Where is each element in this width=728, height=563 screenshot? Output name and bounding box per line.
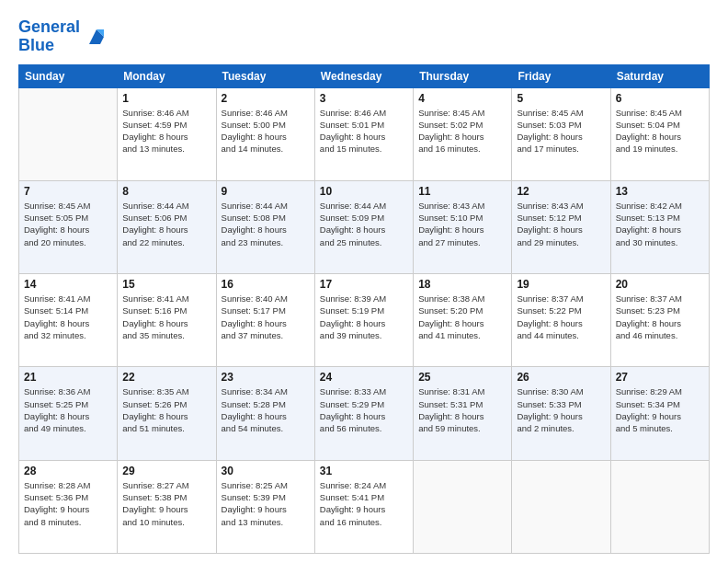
day-number: 4 — [418, 92, 506, 105]
day-info: Sunrise: 8:34 AM Sunset: 5:28 PM Dayligh… — [222, 385, 310, 434]
calendar-cell: 31Sunrise: 8:24 AM Sunset: 5:41 PM Dayli… — [314, 460, 413, 553]
day-number: 27 — [616, 371, 704, 384]
day-info: Sunrise: 8:24 AM Sunset: 5:41 PM Dayligh… — [320, 479, 408, 528]
day-number: 23 — [222, 371, 310, 384]
logo-icon — [84, 24, 109, 50]
day-info: Sunrise: 8:44 AM Sunset: 5:06 PM Dayligh… — [122, 200, 210, 248]
day-number: 20 — [616, 278, 704, 291]
day-number: 26 — [517, 371, 605, 384]
weekday-header-tuesday: Tuesday — [216, 64, 314, 87]
calendar-cell — [512, 460, 610, 553]
day-number: 30 — [222, 465, 310, 477]
day-info: Sunrise: 8:41 AM Sunset: 5:14 PM Dayligh… — [24, 293, 112, 341]
day-info: Sunrise: 8:43 AM Sunset: 5:12 PM Dayligh… — [517, 200, 605, 248]
day-number: 5 — [517, 92, 605, 105]
day-info: Sunrise: 8:30 AM Sunset: 5:33 PM Dayligh… — [517, 385, 605, 434]
day-info: Sunrise: 8:42 AM Sunset: 5:13 PM Dayligh… — [616, 200, 704, 248]
day-number: 2 — [222, 92, 310, 105]
day-info: Sunrise: 8:39 AM Sunset: 5:19 PM Dayligh… — [320, 293, 408, 341]
calendar-cell: 17Sunrise: 8:39 AM Sunset: 5:19 PM Dayli… — [314, 274, 413, 367]
day-number: 10 — [320, 185, 408, 198]
day-info: Sunrise: 8:45 AM Sunset: 5:03 PM Dayligh… — [517, 107, 605, 155]
calendar-cell: 25Sunrise: 8:31 AM Sunset: 5:31 PM Dayli… — [414, 367, 512, 460]
day-number: 21 — [24, 371, 112, 384]
calendar-cell: 9Sunrise: 8:44 AM Sunset: 5:08 PM Daylig… — [216, 180, 314, 273]
day-number: 7 — [24, 185, 112, 198]
calendar-cell: 14Sunrise: 8:41 AM Sunset: 5:14 PM Dayli… — [19, 274, 118, 367]
day-info: Sunrise: 8:38 AM Sunset: 5:20 PM Dayligh… — [418, 293, 506, 341]
day-number: 17 — [320, 278, 408, 291]
calendar-cell: 20Sunrise: 8:37 AM Sunset: 5:23 PM Dayli… — [610, 274, 709, 367]
header: General Blue — [18, 18, 710, 55]
calendar-row-1: 1Sunrise: 8:46 AM Sunset: 4:59 PM Daylig… — [19, 87, 710, 180]
day-info: Sunrise: 8:33 AM Sunset: 5:29 PM Dayligh… — [320, 385, 408, 434]
calendar-cell: 18Sunrise: 8:38 AM Sunset: 5:20 PM Dayli… — [414, 274, 512, 367]
calendar-cell: 8Sunrise: 8:44 AM Sunset: 5:06 PM Daylig… — [118, 180, 216, 273]
calendar-cell: 28Sunrise: 8:28 AM Sunset: 5:36 PM Dayli… — [19, 460, 118, 553]
day-info: Sunrise: 8:28 AM Sunset: 5:36 PM Dayligh… — [24, 479, 112, 528]
day-number: 15 — [122, 278, 210, 291]
day-info: Sunrise: 8:45 AM Sunset: 5:05 PM Dayligh… — [24, 200, 112, 248]
day-info: Sunrise: 8:31 AM Sunset: 5:31 PM Dayligh… — [418, 385, 506, 434]
calendar-cell: 11Sunrise: 8:43 AM Sunset: 5:10 PM Dayli… — [414, 180, 512, 273]
day-info: Sunrise: 8:29 AM Sunset: 5:34 PM Dayligh… — [616, 385, 704, 434]
day-info: Sunrise: 8:46 AM Sunset: 5:01 PM Dayligh… — [320, 107, 408, 155]
calendar-cell: 4Sunrise: 8:45 AM Sunset: 5:02 PM Daylig… — [414, 87, 512, 180]
page: General Blue SundayMondayTuesdayWednesda… — [0, 0, 728, 563]
day-info: Sunrise: 8:37 AM Sunset: 5:23 PM Dayligh… — [616, 293, 704, 341]
calendar-cell: 22Sunrise: 8:35 AM Sunset: 5:26 PM Dayli… — [118, 367, 216, 460]
day-info: Sunrise: 8:37 AM Sunset: 5:22 PM Dayligh… — [517, 293, 605, 341]
calendar-cell: 5Sunrise: 8:45 AM Sunset: 5:03 PM Daylig… — [512, 87, 610, 180]
calendar-cell: 29Sunrise: 8:27 AM Sunset: 5:38 PM Dayli… — [118, 460, 216, 553]
logo-text: General — [18, 18, 80, 37]
calendar-table: SundayMondayTuesdayWednesdayThursdayFrid… — [18, 64, 710, 554]
day-number: 29 — [122, 465, 210, 477]
calendar-cell — [19, 87, 118, 180]
weekday-header-monday: Monday — [118, 64, 216, 87]
calendar-row-2: 7Sunrise: 8:45 AM Sunset: 5:05 PM Daylig… — [19, 180, 710, 273]
day-info: Sunrise: 8:46 AM Sunset: 5:00 PM Dayligh… — [222, 107, 310, 155]
calendar-cell: 23Sunrise: 8:34 AM Sunset: 5:28 PM Dayli… — [216, 367, 314, 460]
day-info: Sunrise: 8:45 AM Sunset: 5:02 PM Dayligh… — [418, 107, 506, 155]
day-number: 6 — [616, 92, 704, 105]
calendar-row-3: 14Sunrise: 8:41 AM Sunset: 5:14 PM Dayli… — [19, 274, 710, 367]
calendar-cell: 1Sunrise: 8:46 AM Sunset: 4:59 PM Daylig… — [118, 87, 216, 180]
calendar-cell: 13Sunrise: 8:42 AM Sunset: 5:13 PM Dayli… — [610, 180, 709, 273]
weekday-header-row: SundayMondayTuesdayWednesdayThursdayFrid… — [19, 64, 710, 87]
day-number: 8 — [122, 185, 210, 198]
day-info: Sunrise: 8:43 AM Sunset: 5:10 PM Dayligh… — [418, 200, 506, 248]
calendar-cell: 16Sunrise: 8:40 AM Sunset: 5:17 PM Dayli… — [216, 274, 314, 367]
calendar-cell — [610, 460, 709, 553]
day-number: 1 — [122, 92, 210, 105]
day-number: 12 — [517, 185, 605, 198]
calendar-cell: 12Sunrise: 8:43 AM Sunset: 5:12 PM Dayli… — [512, 180, 610, 273]
day-number: 14 — [24, 278, 112, 291]
logo-blue-text: Blue — [18, 36, 54, 54]
day-number: 25 — [418, 371, 506, 384]
day-number: 24 — [320, 371, 408, 384]
calendar-cell: 2Sunrise: 8:46 AM Sunset: 5:00 PM Daylig… — [216, 87, 314, 180]
logo-blue: Blue — [18, 37, 80, 55]
day-info: Sunrise: 8:40 AM Sunset: 5:17 PM Dayligh… — [222, 293, 310, 341]
weekday-header-thursday: Thursday — [414, 64, 512, 87]
calendar-cell: 10Sunrise: 8:44 AM Sunset: 5:09 PM Dayli… — [314, 180, 413, 273]
calendar-cell: 6Sunrise: 8:45 AM Sunset: 5:04 PM Daylig… — [610, 87, 709, 180]
day-number: 31 — [320, 465, 408, 477]
calendar-cell: 21Sunrise: 8:36 AM Sunset: 5:25 PM Dayli… — [19, 367, 118, 460]
day-info: Sunrise: 8:44 AM Sunset: 5:08 PM Dayligh… — [222, 200, 310, 248]
day-info: Sunrise: 8:44 AM Sunset: 5:09 PM Dayligh… — [320, 200, 408, 248]
calendar-cell: 24Sunrise: 8:33 AM Sunset: 5:29 PM Dayli… — [314, 367, 413, 460]
calendar-cell: 3Sunrise: 8:46 AM Sunset: 5:01 PM Daylig… — [314, 87, 413, 180]
day-number: 9 — [222, 185, 310, 198]
weekday-header-sunday: Sunday — [19, 64, 118, 87]
calendar-row-4: 21Sunrise: 8:36 AM Sunset: 5:25 PM Dayli… — [19, 367, 710, 460]
calendar-cell: 27Sunrise: 8:29 AM Sunset: 5:34 PM Dayli… — [610, 367, 709, 460]
weekday-header-friday: Friday — [512, 64, 610, 87]
day-info: Sunrise: 8:27 AM Sunset: 5:38 PM Dayligh… — [122, 479, 210, 528]
day-info: Sunrise: 8:36 AM Sunset: 5:25 PM Dayligh… — [24, 385, 112, 434]
day-number: 18 — [418, 278, 506, 291]
calendar-cell: 15Sunrise: 8:41 AM Sunset: 5:16 PM Dayli… — [118, 274, 216, 367]
day-info: Sunrise: 8:25 AM Sunset: 5:39 PM Dayligh… — [222, 479, 310, 528]
weekday-header-saturday: Saturday — [610, 64, 709, 87]
day-number: 16 — [222, 278, 310, 291]
